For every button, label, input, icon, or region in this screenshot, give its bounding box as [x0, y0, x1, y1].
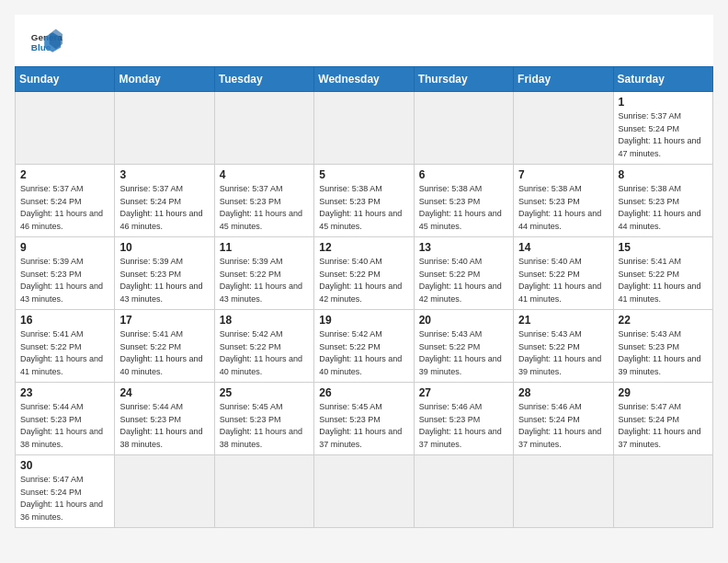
weekday-header-friday: Friday — [514, 67, 613, 92]
day-number: 6 — [419, 168, 508, 181]
day-number: 15 — [619, 241, 708, 254]
day-number: 27 — [419, 386, 508, 399]
day-number: 22 — [619, 314, 708, 327]
calendar-cell: 21Sunrise: 5:43 AMSunset: 5:22 PMDayligh… — [514, 310, 613, 383]
day-number: 9 — [20, 241, 109, 254]
calendar-cell: 9Sunrise: 5:39 AMSunset: 5:23 PMDaylight… — [16, 237, 115, 310]
day-info: Sunrise: 5:42 AMSunset: 5:22 PMDaylight:… — [220, 328, 309, 378]
day-info: Sunrise: 5:39 AMSunset: 5:22 PMDaylight:… — [220, 256, 309, 305]
day-info: Sunrise: 5:44 AMSunset: 5:23 PMDaylight:… — [20, 401, 109, 451]
day-info: Sunrise: 5:37 AMSunset: 5:24 PMDaylight:… — [619, 110, 708, 160]
calendar-cell — [115, 455, 214, 528]
day-info: Sunrise: 5:37 AMSunset: 5:23 PMDaylight:… — [220, 183, 309, 233]
calendar-cell: 18Sunrise: 5:42 AMSunset: 5:22 PMDayligh… — [214, 310, 313, 383]
day-number: 19 — [319, 314, 408, 327]
calendar-cell: 11Sunrise: 5:39 AMSunset: 5:22 PMDayligh… — [214, 237, 313, 310]
calendar-cell: 12Sunrise: 5:40 AMSunset: 5:22 PMDayligh… — [314, 237, 414, 310]
calendar-cell: 10Sunrise: 5:39 AMSunset: 5:23 PMDayligh… — [115, 237, 214, 310]
day-info: Sunrise: 5:39 AMSunset: 5:23 PMDaylight:… — [119, 256, 209, 305]
day-number: 28 — [518, 386, 608, 399]
day-number: 2 — [20, 168, 109, 181]
weekday-header-monday: Monday — [115, 67, 214, 92]
calendar-cell — [115, 92, 214, 165]
day-number: 1 — [619, 96, 708, 109]
calendar-row: 30Sunrise: 5:47 AMSunset: 5:24 PMDayligh… — [16, 455, 713, 528]
day-number: 18 — [220, 314, 309, 327]
calendar-cell: 8Sunrise: 5:38 AMSunset: 5:23 PMDaylight… — [613, 165, 712, 237]
day-number: 11 — [220, 241, 309, 254]
weekday-header-row: SundayMondayTuesdayWednesdayThursdayFrid… — [16, 67, 713, 92]
weekday-header-thursday: Thursday — [414, 67, 513, 92]
calendar-row: 9Sunrise: 5:39 AMSunset: 5:23 PMDaylight… — [16, 237, 713, 310]
day-number: 29 — [619, 386, 708, 399]
day-info: Sunrise: 5:41 AMSunset: 5:22 PMDaylight:… — [20, 328, 109, 378]
day-number: 4 — [220, 168, 309, 181]
calendar-cell: 17Sunrise: 5:41 AMSunset: 5:22 PMDayligh… — [115, 310, 214, 383]
day-number: 12 — [319, 241, 408, 254]
calendar-row: 1Sunrise: 5:37 AMSunset: 5:24 PMDaylight… — [16, 92, 713, 165]
day-number: 3 — [119, 168, 209, 181]
calendar-cell: 20Sunrise: 5:43 AMSunset: 5:22 PMDayligh… — [414, 310, 513, 383]
day-number: 10 — [119, 241, 209, 254]
day-number: 17 — [119, 314, 209, 327]
day-info: Sunrise: 5:46 AMSunset: 5:24 PMDaylight:… — [518, 401, 608, 451]
calendar-cell — [214, 455, 313, 528]
day-info: Sunrise: 5:46 AMSunset: 5:23 PMDaylight:… — [419, 401, 508, 451]
calendar-cell: 15Sunrise: 5:41 AMSunset: 5:22 PMDayligh… — [613, 237, 712, 310]
day-number: 20 — [419, 314, 508, 327]
day-info: Sunrise: 5:45 AMSunset: 5:23 PMDaylight:… — [319, 401, 408, 451]
logo: General Blue — [29, 26, 63, 59]
day-info: Sunrise: 5:38 AMSunset: 5:23 PMDaylight:… — [319, 183, 408, 233]
calendar-row: 2Sunrise: 5:37 AMSunset: 5:24 PMDaylight… — [16, 165, 713, 237]
calendar-cell — [214, 92, 313, 165]
calendar-cell: 24Sunrise: 5:44 AMSunset: 5:23 PMDayligh… — [115, 383, 214, 455]
calendar-cell: 22Sunrise: 5:43 AMSunset: 5:23 PMDayligh… — [613, 310, 712, 383]
day-info: Sunrise: 5:38 AMSunset: 5:23 PMDaylight:… — [518, 183, 608, 233]
calendar-cell: 25Sunrise: 5:45 AMSunset: 5:23 PMDayligh… — [214, 383, 313, 455]
calendar-cell: 19Sunrise: 5:42 AMSunset: 5:22 PMDayligh… — [314, 310, 414, 383]
day-number: 7 — [518, 168, 608, 181]
weekday-header-sunday: Sunday — [16, 67, 115, 92]
calendar-cell — [16, 92, 115, 165]
calendar-page: General Blue SundayMondayTuesdayWednesda… — [15, 15, 713, 528]
day-number: 24 — [119, 386, 209, 399]
day-number: 16 — [20, 314, 109, 327]
day-info: Sunrise: 5:43 AMSunset: 5:22 PMDaylight:… — [518, 328, 608, 378]
day-info: Sunrise: 5:37 AMSunset: 5:24 PMDaylight:… — [20, 183, 109, 233]
calendar-cell: 26Sunrise: 5:45 AMSunset: 5:23 PMDayligh… — [314, 383, 414, 455]
day-info: Sunrise: 5:38 AMSunset: 5:23 PMDaylight:… — [619, 183, 708, 233]
calendar-cell: 3Sunrise: 5:37 AMSunset: 5:24 PMDaylight… — [115, 165, 214, 237]
calendar-cell: 27Sunrise: 5:46 AMSunset: 5:23 PMDayligh… — [414, 383, 513, 455]
page-header: General Blue — [15, 15, 713, 66]
day-info: Sunrise: 5:39 AMSunset: 5:23 PMDaylight:… — [20, 256, 109, 305]
day-number: 21 — [518, 314, 608, 327]
day-number: 14 — [518, 241, 608, 254]
calendar-cell: 29Sunrise: 5:47 AMSunset: 5:24 PMDayligh… — [613, 383, 712, 455]
day-info: Sunrise: 5:41 AMSunset: 5:22 PMDaylight:… — [119, 328, 209, 378]
day-info: Sunrise: 5:45 AMSunset: 5:23 PMDaylight:… — [220, 401, 309, 451]
day-info: Sunrise: 5:41 AMSunset: 5:22 PMDaylight:… — [619, 256, 708, 305]
calendar-row: 16Sunrise: 5:41 AMSunset: 5:22 PMDayligh… — [16, 310, 713, 383]
calendar-cell — [314, 455, 414, 528]
day-number: 26 — [319, 386, 408, 399]
calendar-cell: 7Sunrise: 5:38 AMSunset: 5:23 PMDaylight… — [514, 165, 613, 237]
day-info: Sunrise: 5:38 AMSunset: 5:23 PMDaylight:… — [419, 183, 508, 233]
day-info: Sunrise: 5:43 AMSunset: 5:23 PMDaylight:… — [619, 328, 708, 378]
calendar-row: 23Sunrise: 5:44 AMSunset: 5:23 PMDayligh… — [16, 383, 713, 455]
calendar-cell — [613, 455, 712, 528]
day-info: Sunrise: 5:44 AMSunset: 5:23 PMDaylight:… — [119, 401, 209, 451]
calendar-cell — [514, 455, 613, 528]
day-info: Sunrise: 5:47 AMSunset: 5:24 PMDaylight:… — [619, 401, 708, 451]
day-number: 8 — [619, 168, 708, 181]
calendar-cell — [314, 92, 414, 165]
calendar-cell: 23Sunrise: 5:44 AMSunset: 5:23 PMDayligh… — [16, 383, 115, 455]
weekday-header-wednesday: Wednesday — [314, 67, 414, 92]
calendar-cell — [514, 92, 613, 165]
calendar-cell: 6Sunrise: 5:38 AMSunset: 5:23 PMDaylight… — [414, 165, 513, 237]
calendar-cell: 4Sunrise: 5:37 AMSunset: 5:23 PMDaylight… — [214, 165, 313, 237]
calendar-table: SundayMondayTuesdayWednesdayThursdayFrid… — [15, 66, 713, 528]
calendar-cell — [414, 455, 513, 528]
calendar-cell: 30Sunrise: 5:47 AMSunset: 5:24 PMDayligh… — [16, 455, 115, 528]
day-info: Sunrise: 5:40 AMSunset: 5:22 PMDaylight:… — [518, 256, 608, 305]
weekday-header-saturday: Saturday — [613, 67, 712, 92]
